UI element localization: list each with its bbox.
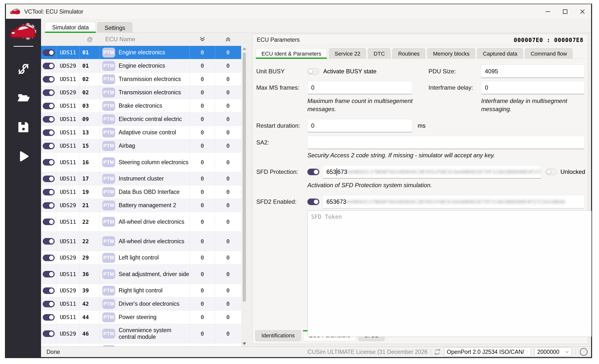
ecu-enable-toggle[interactable] [43,49,55,56]
table-row[interactable]: UDS1119PTMData Bus OBD Interface00 [41,185,241,199]
interframe-delay-input[interactable] [481,81,584,94]
scroll-up-arrow-icon[interactable] [243,47,246,50]
ecu-enable-toggle[interactable] [43,219,55,225]
ecu-enable-toggle[interactable] [43,238,55,244]
param-tab-routines[interactable]: Routines [392,48,425,59]
table-row[interactable]: UDS1109PTMElectronic central electric00 [41,113,241,126]
table-row[interactable]: UDS2929PTMLeft light control00 [41,251,241,264]
param-tab-captured-data[interactable]: Captured data [477,48,523,59]
max-ms-frames-input[interactable] [307,81,412,94]
ecu-enable-toggle[interactable] [43,129,55,136]
refresh-icon[interactable] [434,348,441,356]
ecu-enable-toggle[interactable] [43,271,55,277]
ecu-name: All-wheel drive electronics [119,238,184,245]
table-row[interactable]: UDS1113PTMAdaptive cruise control00 [41,126,241,139]
tab-simulator-data[interactable]: Simulator data [45,22,96,33]
table-scrollbar[interactable] [242,46,247,346]
table-row[interactable]: UDS2939PTMRight light control00 [41,284,241,297]
ecu-enable-toggle[interactable] [43,202,55,209]
scroll-down-arrow-icon[interactable] [243,343,246,345]
ecu-enable-toggle[interactable] [43,287,55,294]
table-row[interactable]: UDS1102PTMTransmission electronics00 [41,73,241,86]
table-row[interactable]: UDS1151PTMElectric drive00 [41,344,241,346]
ecu-name-cell: PTMBrake electronics [100,99,190,112]
table-row[interactable]: UDS2946PTMConvenience system central mod… [41,324,241,344]
table-row[interactable]: UDS1144PTMPower steering00 [41,311,241,324]
ecu-enable-toggle[interactable] [43,116,55,122]
table-row[interactable]: UDS2902PTMTransmission electronics00 [41,86,241,99]
minimize-button[interactable] [539,4,556,19]
ecu-enable-toggle[interactable] [43,176,55,182]
run-simulation-button[interactable] [17,149,30,163]
open-file-button[interactable] [17,91,30,105]
sfd2-code-input[interactable]: 653673 4A9E02C17BD8F5634E0A9C2B7D51F8E3C… [323,195,584,208]
ecu-enable-toggle[interactable] [43,314,55,321]
sfd-protection-toggle[interactable] [307,169,319,175]
maximize-button[interactable] [556,4,574,19]
table-row[interactable]: UDS1101PTMEngine electronics00 [41,46,241,59]
ptm-badge: PTM [102,88,115,98]
table-row[interactable]: UDS1117PTMInstrument cluster00 [41,172,241,185]
ecu-tx-count: 0 [215,126,241,139]
table-row[interactable]: UDS1115PTMAirbag00 [41,139,241,153]
restart-duration-input[interactable] [307,119,412,132]
sfd2-toggle[interactable] [307,199,319,205]
ecu-name: Brake electronics [119,102,162,109]
save-button[interactable] [17,120,30,134]
ecu-enable-toggle[interactable] [43,103,55,109]
restart-duration-row: Restart duration: ms [256,119,586,132]
pdu-size-input[interactable] [481,65,584,78]
ecu-protocol: UDS11 [56,73,80,86]
restart-unit-label: ms [418,122,426,129]
ecu-enable-toggle[interactable] [43,189,55,195]
param-tab-memory-blocks[interactable]: Memory blocks [427,48,475,59]
scrollbar-thumb[interactable] [243,52,246,302]
device-select[interactable]: OpenPort 2.0 J2534 ISO/CAN/ [444,347,531,356]
ecu-enable-toggle[interactable] [43,330,55,337]
sfd-code-rest: 673 [337,168,347,175]
ecu-address: 21 [80,199,100,212]
ecu-name: Battery management 2 [119,202,176,209]
minimize-icon [545,9,551,15]
ecu-tx-count: 0 [215,86,241,99]
sfd-token-textarea[interactable] [307,210,592,337]
close-button[interactable] [574,4,591,19]
ecu-rx-count: 0 [190,324,215,343]
ecu-enable-toggle[interactable] [43,76,55,82]
ecu-enable-toggle[interactable] [43,63,55,69]
sfd-code-input[interactable]: 653673 4A9E02C17BD8F5634E0A9C2B7D51F8E3C… [323,165,541,179]
ecu-enable-toggle[interactable] [43,159,55,165]
ecu-tx-count: 0 [215,153,241,172]
param-tab-command-flow[interactable]: Command flow [525,48,573,59]
ecu-rx-count: 0 [190,251,215,264]
sa2-input[interactable] [307,136,584,149]
param-tab-service-22[interactable]: Service 22 [329,48,366,59]
table-row[interactable]: UDS1142PTMDriver's door electronics00 [41,297,241,311]
sfd-lock-toggle[interactable] [546,169,557,175]
table-row[interactable]: UDS1122PTMAll-wheel drive electronics00 [41,212,241,232]
ecu-enable-toggle[interactable] [43,255,55,261]
ecu-enable-toggle[interactable] [43,89,55,96]
table-row[interactable]: UDS1122PTMAll-wheel drive electronics00 [41,232,241,251]
ecu-enable-toggle[interactable] [43,301,55,307]
disconnect-button[interactable] [17,62,30,76]
table-row[interactable]: UDS2921PTMBattery management 200 [41,199,241,212]
table-row[interactable]: UDS1136PTMSeat adjustment, driver side00 [41,264,241,284]
table-row[interactable]: UDS1103PTMBrake electronics00 [41,99,241,113]
restart-duration-label: Restart duration: [256,122,307,129]
device-select-value: OpenPort 2.0 J2534 ISO/CAN/ [447,349,524,355]
tab-settings[interactable]: Settings [97,22,132,33]
ecu-enable-toggle[interactable] [43,143,55,149]
param-tab-ecu-ident-parameters[interactable]: ECU Ident & Parameters [256,48,327,59]
busy-state-toggle[interactable] [307,68,319,75]
ecu-table-header: @ ECU Name [41,33,241,46]
ecu-protocol: UDS11 [56,185,80,199]
header-tx-col[interactable] [215,37,241,42]
param-tab-dtc[interactable]: DTC [368,48,390,59]
sa2-label: SA2: [256,139,307,146]
baud-rate-select[interactable]: 2000000 [535,347,572,356]
header-rx-col[interactable] [190,37,215,42]
table-row[interactable]: UDS1116PTMSteering column electronics00 [41,153,241,172]
ecu-name: Left light control [119,254,159,261]
table-row[interactable]: UDS2901PTMEngine electronics00 [41,59,241,73]
